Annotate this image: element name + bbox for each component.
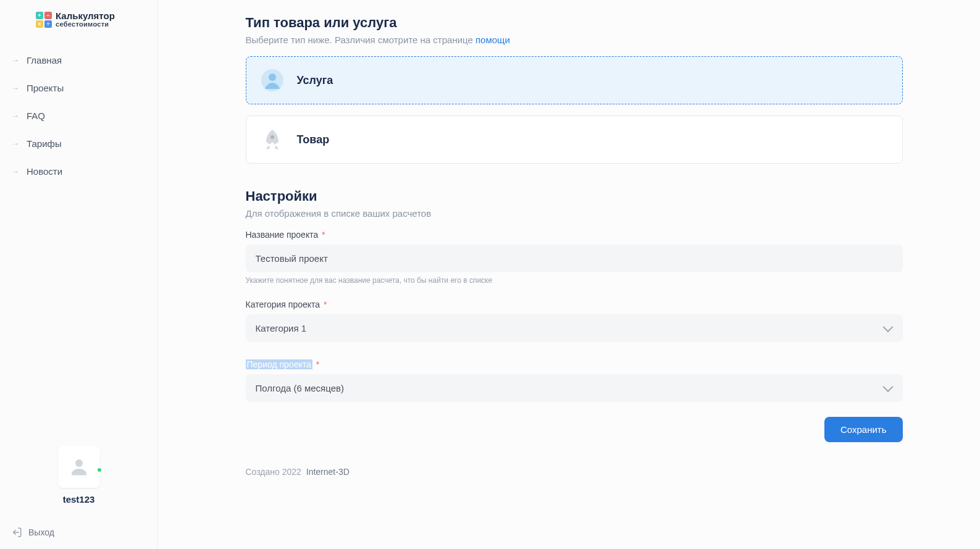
type-option-product[interactable]: Товар	[246, 115, 903, 164]
label-text: Период проекта	[246, 359, 312, 369]
field-project-period: Период проекта * Полгода (6 месяцев)	[246, 359, 903, 402]
settings-section: Настройки Для отображения в списке ваших…	[246, 188, 903, 442]
field-project-name: Название проекта * Укажите понятное для …	[246, 230, 903, 285]
footer-created: Создано 2022	[246, 467, 301, 477]
sidebar-item-projects[interactable]: → Проекты	[0, 74, 157, 102]
save-row: Сохранить	[246, 417, 903, 442]
online-dot-icon	[96, 467, 103, 473]
sidebar-item-label: Новости	[27, 166, 62, 177]
type-option-label: Услуга	[297, 74, 333, 87]
type-subtitle-text: Выберите тип ниже. Различия смотрите на …	[246, 35, 475, 45]
field-project-category: Категория проекта * Категория 1	[246, 300, 903, 342]
arrow-right-icon: →	[11, 139, 19, 148]
project-name-hint: Укажите понятное для вас название расчет…	[246, 276, 903, 285]
logout-icon	[11, 527, 22, 538]
required-mark: *	[316, 359, 319, 369]
project-name-label: Название проекта *	[246, 230, 325, 240]
project-category-label: Категория проекта *	[246, 300, 327, 309]
person-circle-icon	[260, 68, 285, 93]
footer: Создано 2022 Internet-3D	[246, 467, 903, 477]
logo-icon: + − × ÷	[36, 12, 52, 28]
main: Тип товара или услуга Выберите тип ниже.…	[158, 0, 980, 549]
logout-label: Выход	[28, 527, 54, 537]
sidebar-item-label: Главная	[27, 55, 62, 65]
sidebar-item-news[interactable]: → Новости	[0, 157, 157, 185]
sidebar-item-tariffs[interactable]: → Тарифы	[0, 130, 157, 157]
sidebar-item-label: Тарифы	[27, 138, 62, 149]
help-link[interactable]: помощи	[475, 35, 510, 45]
project-name-input[interactable]	[246, 245, 903, 272]
project-category-select[interactable]: Категория 1	[246, 314, 903, 342]
svg-point-4	[270, 135, 274, 139]
type-section-subtitle: Выберите тип ниже. Различия смотрите на …	[246, 35, 903, 45]
period-select-wrap: Полгода (6 месяцев)	[246, 374, 903, 402]
type-section: Тип товара или услуга Выберите тип ниже.…	[246, 15, 903, 164]
svg-point-3	[269, 73, 276, 81]
person-icon	[68, 456, 90, 478]
logo-line2: себестоимости	[56, 21, 115, 28]
type-section-title: Тип товара или услуга	[246, 15, 903, 31]
arrow-right-icon: →	[11, 111, 19, 120]
logout-button[interactable]: Выход	[0, 516, 157, 549]
username: test123	[0, 494, 157, 505]
sidebar-item-main[interactable]: → Главная	[0, 46, 157, 74]
arrow-right-icon: →	[11, 167, 19, 176]
content: Тип товара или услуга Выберите тип ниже.…	[211, 0, 928, 549]
logo-text: Калькулятор себестоимости	[56, 11, 115, 28]
project-period-select[interactable]: Полгода (6 месяцев)	[246, 374, 903, 402]
required-mark: *	[322, 230, 325, 240]
type-option-label: Товар	[297, 133, 330, 146]
settings-title: Настройки	[246, 188, 903, 204]
arrow-right-icon: →	[11, 83, 19, 93]
footer-brand[interactable]: Internet-3D	[306, 467, 350, 477]
save-button[interactable]: Сохранить	[824, 417, 903, 442]
project-period-label: Период проекта *	[246, 359, 320, 369]
logo-line1: Калькулятор	[56, 11, 115, 21]
nav: → Главная → Проекты → FAQ → Тарифы → Нов…	[0, 40, 157, 191]
arrow-right-icon: →	[11, 56, 19, 65]
user-block: test123	[0, 446, 157, 516]
avatar[interactable]	[58, 446, 100, 488]
sidebar: + − × ÷ Калькулятор себестоимости → Глав…	[0, 0, 158, 549]
sidebar-item-label: FAQ	[27, 111, 45, 121]
type-option-service[interactable]: Услуга	[246, 56, 903, 104]
category-select-wrap: Категория 1	[246, 314, 903, 342]
label-text: Категория проекта	[246, 300, 320, 309]
svg-point-0	[75, 459, 83, 467]
sidebar-item-faq[interactable]: → FAQ	[0, 102, 157, 130]
rocket-icon	[260, 127, 285, 152]
required-mark: *	[324, 300, 327, 309]
sidebar-item-label: Проекты	[27, 83, 64, 93]
settings-subtitle: Для отображения в списке ваших расчетов	[246, 208, 903, 219]
label-text: Название проекта	[246, 230, 319, 240]
logo[interactable]: + − × ÷ Калькулятор себестоимости	[25, 11, 157, 40]
